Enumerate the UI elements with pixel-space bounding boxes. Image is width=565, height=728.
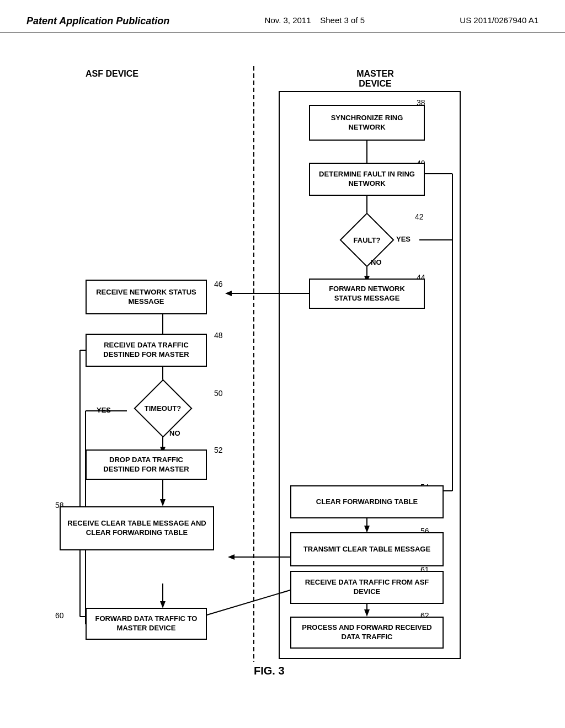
fault-diamond: FAULT? bbox=[342, 215, 392, 265]
page-header: Patent Application Publication Nov. 3, 2… bbox=[0, 0, 565, 33]
num-50: 50 bbox=[214, 389, 223, 398]
master-device-label: MASTER DEVICE bbox=[342, 69, 408, 89]
num-52: 52 bbox=[214, 446, 223, 454]
transmit-clear-box: TRANSMIT CLEAR TABLE MESSAGE bbox=[290, 532, 444, 566]
determine-box: DETERMINE FAULT IN RING NETWORK bbox=[309, 163, 425, 196]
svg-line-38 bbox=[201, 590, 290, 617]
drop-data-box: DROP DATA TRAFFIC DESTINED FOR MASTER bbox=[86, 449, 207, 480]
diagram-area: ASF DEVICE MASTER DEVICE 38 SYNCHRONIZE … bbox=[0, 33, 565, 695]
timeout-diamond: TIMEOUT? bbox=[132, 386, 193, 430]
svg-marker-25 bbox=[228, 554, 234, 560]
date-sheet: Nov. 3, 2011 Sheet 3 of 5 bbox=[265, 15, 365, 25]
num-46: 46 bbox=[214, 280, 223, 288]
patent-number: US 2011/0267940 A1 bbox=[460, 15, 539, 25]
svg-marker-21 bbox=[160, 499, 166, 506]
yes-fault-label: YES bbox=[396, 235, 411, 243]
forward-status-box: FORWARD NETWORK STATUS MESSAGE bbox=[309, 279, 425, 309]
asf-device-label: ASF DEVICE bbox=[86, 69, 138, 79]
receive-data-box: RECEIVE DATA TRAFFIC DESTINED FOR MASTER bbox=[86, 334, 207, 367]
yes-timeout-label: YES bbox=[97, 406, 111, 414]
sync-box: SYNCHRONIZE RING NETWORK bbox=[309, 105, 425, 141]
svg-marker-12 bbox=[225, 291, 232, 296]
num-42: 42 bbox=[415, 212, 424, 221]
clear-fwd-box: CLEAR FORWARDING TABLE bbox=[290, 485, 444, 518]
receive-clear-box: RECEIVE CLEAR TABLE MESSAGE AND CLEAR FO… bbox=[60, 506, 214, 550]
publication-label: Patent Application Publication bbox=[26, 15, 169, 27]
receive-from-asf-box: RECEIVE DATA TRAFFIC FROM ASF DEVICE bbox=[290, 571, 444, 604]
no-fault-label: NO bbox=[371, 258, 382, 266]
process-forward-box: PROCESS AND FORWARD RECEIVED DATA TRAFFI… bbox=[290, 617, 444, 649]
svg-marker-37 bbox=[364, 609, 370, 617]
forward-traffic-box: FORWARD DATA TRAFFIC TO MASTER DEVICE bbox=[86, 608, 207, 640]
diagram-svg bbox=[0, 33, 565, 695]
num-60: 60 bbox=[55, 611, 64, 620]
no-timeout-label: NO bbox=[169, 429, 180, 437]
receive-status-box: RECEIVE NETWORK STATUS MESSAGE bbox=[86, 280, 207, 314]
fig-label: FIG. 3 bbox=[254, 665, 285, 677]
num-48: 48 bbox=[214, 331, 223, 340]
